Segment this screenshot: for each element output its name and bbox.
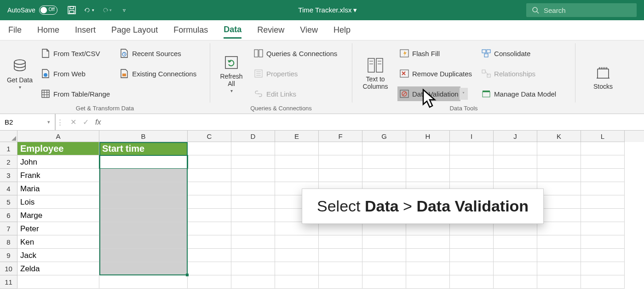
col-header[interactable]: B xyxy=(99,131,188,142)
cell[interactable] xyxy=(275,262,319,275)
fx-icon[interactable]: fx xyxy=(95,118,101,126)
cell[interactable] xyxy=(362,235,406,249)
col-header[interactable]: A xyxy=(17,131,99,142)
cell[interactable] xyxy=(319,235,362,249)
cell[interactable] xyxy=(406,262,450,275)
cancel-icon[interactable]: ✕ xyxy=(70,118,76,126)
cell[interactable] xyxy=(494,155,537,169)
cell[interactable] xyxy=(275,235,319,249)
cell[interactable]: Frank xyxy=(17,169,99,182)
cell[interactable] xyxy=(581,262,625,275)
tab-view[interactable]: View xyxy=(300,23,318,38)
tab-page-layout[interactable]: Page Layout xyxy=(111,23,158,38)
col-header[interactable]: D xyxy=(231,131,275,142)
cell[interactable] xyxy=(362,222,406,235)
cell[interactable] xyxy=(537,155,581,169)
cell[interactable] xyxy=(581,169,625,182)
col-header[interactable]: G xyxy=(362,131,406,142)
cell[interactable] xyxy=(231,275,275,289)
cell[interactable] xyxy=(99,195,188,209)
row-header[interactable]: 7 xyxy=(0,222,17,235)
cell[interactable]: Employee xyxy=(17,142,99,155)
cell[interactable] xyxy=(188,275,231,289)
cell[interactable] xyxy=(406,249,450,262)
cell[interactable] xyxy=(231,222,275,235)
cell[interactable]: Start time xyxy=(99,142,188,155)
cell[interactable] xyxy=(275,155,319,169)
cell[interactable] xyxy=(450,155,494,169)
cell[interactable] xyxy=(581,195,625,209)
row-header[interactable]: 5 xyxy=(0,195,17,209)
tab-help[interactable]: Help xyxy=(334,23,351,38)
search-input[interactable]: Search xyxy=(526,3,637,17)
cell[interactable] xyxy=(537,169,581,182)
cell[interactable] xyxy=(494,142,537,155)
cell[interactable] xyxy=(319,249,362,262)
cell[interactable] xyxy=(537,209,581,222)
cell[interactable] xyxy=(581,155,625,169)
cell[interactable] xyxy=(406,169,450,182)
cell[interactable]: Peter xyxy=(17,222,99,235)
refresh-all-button[interactable]: Refresh All ▾ xyxy=(214,42,249,105)
row-header[interactable]: 2 xyxy=(0,155,17,169)
get-data-button[interactable]: Get Data ▾ xyxy=(4,42,36,105)
flash-fill-button[interactable]: Flash Fill xyxy=(397,46,474,61)
cell[interactable] xyxy=(188,195,231,209)
enter-icon[interactable]: ✓ xyxy=(83,118,89,126)
col-header[interactable]: L xyxy=(581,131,625,142)
cell[interactable] xyxy=(450,169,494,182)
cell[interactable] xyxy=(494,262,537,275)
cell[interactable] xyxy=(275,249,319,262)
cell[interactable] xyxy=(99,249,188,262)
cell[interactable] xyxy=(537,262,581,275)
cell[interactable] xyxy=(99,182,188,195)
row-header[interactable]: 3 xyxy=(0,169,17,182)
cell[interactable]: Zelda xyxy=(17,262,99,275)
cell[interactable] xyxy=(17,275,99,289)
cell[interactable] xyxy=(99,209,188,222)
cell[interactable] xyxy=(188,155,231,169)
redo-icon[interactable]: ▾ xyxy=(102,5,112,15)
cell[interactable] xyxy=(231,182,275,195)
col-header[interactable]: J xyxy=(494,131,537,142)
tab-file[interactable]: File xyxy=(8,23,22,38)
manage-data-model-button[interactable]: Manage Data Model xyxy=(479,86,558,101)
undo-icon[interactable]: ▾ xyxy=(84,5,94,15)
cell[interactable] xyxy=(494,249,537,262)
row-header[interactable]: 4 xyxy=(0,182,17,195)
cell[interactable] xyxy=(275,169,319,182)
cell[interactable]: John xyxy=(17,155,99,169)
cell[interactable] xyxy=(494,222,537,235)
cell[interactable] xyxy=(188,169,231,182)
cell[interactable] xyxy=(99,222,188,235)
col-header[interactable]: H xyxy=(406,131,450,142)
cell[interactable] xyxy=(319,262,362,275)
cell[interactable] xyxy=(188,209,231,222)
cell[interactable] xyxy=(450,275,494,289)
cell[interactable]: Ken xyxy=(17,235,99,249)
cell[interactable] xyxy=(581,182,625,195)
cell[interactable] xyxy=(319,222,362,235)
cell[interactable] xyxy=(581,209,625,222)
cell[interactable] xyxy=(319,155,362,169)
cell[interactable] xyxy=(362,155,406,169)
data-validation-dropdown[interactable]: ˅ xyxy=(460,88,468,100)
select-all-corner[interactable] xyxy=(0,131,17,142)
cell[interactable] xyxy=(406,155,450,169)
cell[interactable] xyxy=(99,169,188,182)
tab-home[interactable]: Home xyxy=(37,23,59,38)
col-header[interactable]: K xyxy=(537,131,581,142)
cell[interactable] xyxy=(494,275,537,289)
cell[interactable] xyxy=(581,275,625,289)
recent-sources-button[interactable]: Recent Sources xyxy=(117,46,198,61)
cell[interactable] xyxy=(581,235,625,249)
cell[interactable] xyxy=(537,142,581,155)
cell[interactable] xyxy=(494,235,537,249)
col-header[interactable]: F xyxy=(319,131,362,142)
cell[interactable] xyxy=(188,222,231,235)
cell[interactable] xyxy=(362,169,406,182)
cell[interactable] xyxy=(231,142,275,155)
cell[interactable] xyxy=(450,222,494,235)
cell[interactable] xyxy=(581,142,625,155)
row-header[interactable]: 1 xyxy=(0,142,17,155)
